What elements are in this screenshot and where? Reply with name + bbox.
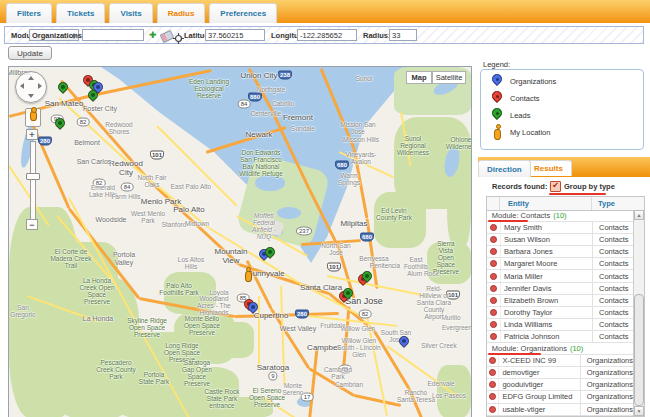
table-row[interactable]: Mary Smith Contacts	[487, 222, 633, 234]
pan-left-icon[interactable]	[20, 83, 24, 89]
table-row[interactable]: Elizabeth Brown Contacts	[487, 295, 633, 307]
table-scrollbar[interactable]	[633, 210, 644, 416]
zoom-slider-track[interactable]	[30, 141, 36, 220]
type-column-header[interactable]: Type	[592, 197, 644, 210]
entity-name: Mary Smith	[504, 223, 542, 232]
table-row[interactable]: Margaret Moore Contacts	[487, 258, 633, 270]
table-row[interactable]: EDFG Group Limited Organizations	[487, 391, 633, 403]
record-marker-icon[interactable]	[490, 273, 497, 280]
tab-visits[interactable]: Visits	[109, 3, 152, 23]
pegman-control[interactable]	[25, 108, 41, 127]
table-row[interactable]: gooduivtiger Organizations	[487, 379, 633, 391]
longitude-field[interactable]	[297, 29, 357, 41]
record-marker-icon[interactable]	[490, 321, 497, 328]
legend-item-label: My Location	[510, 128, 550, 137]
record-marker-icon[interactable]	[489, 381, 496, 388]
record-marker-icon[interactable]	[490, 224, 497, 231]
road-shield: 82	[77, 118, 90, 127]
map-label: Sunol Regional Wilderness	[393, 135, 433, 156]
results-table-body: Module: Contacts(10) Mary Smith Contacts…	[487, 210, 633, 416]
select-spinner-icon[interactable]	[70, 31, 77, 40]
table-row[interactable]: X-CEED INC 99 Organizations	[487, 355, 633, 367]
legend-item: My Location	[486, 124, 643, 141]
record-marker-icon[interactable]	[490, 297, 497, 304]
entity-name: Elizabeth Brown	[504, 296, 558, 305]
record-marker-icon[interactable]	[489, 393, 496, 400]
record-marker-icon[interactable]	[490, 260, 497, 267]
table-row[interactable]: Patricia Johnson Contacts	[487, 331, 633, 343]
scroll-down-icon[interactable]	[634, 406, 644, 416]
map-label: Sierra Vista Open Space Preserve	[433, 240, 459, 275]
pin-dot-icon	[61, 85, 65, 89]
radius-field[interactable]	[389, 29, 417, 41]
entity-cell: Barbara Jones	[501, 246, 593, 257]
table-row[interactable]: Module: Contacts(10)	[487, 210, 633, 222]
record-icon-cell	[487, 379, 499, 390]
pan-up-icon[interactable]	[28, 76, 34, 80]
tab-results[interactable]: Results	[525, 160, 572, 176]
legend-item: Contacts	[486, 90, 643, 107]
table-row[interactable]: Susan Wilson Contacts	[487, 234, 633, 246]
record-icon-cell	[487, 319, 501, 330]
table-row[interactable]: Barbara Jones Contacts	[487, 246, 633, 258]
module-select[interactable]: Organizations	[29, 29, 79, 41]
zoom-out-button[interactable]	[26, 219, 38, 230]
map-label: Portola State Park	[136, 371, 172, 385]
pan-down-icon[interactable]	[28, 94, 34, 98]
satellite-view-button[interactable]: Satellite	[432, 71, 466, 84]
tab-direction[interactable]: Direction	[478, 160, 531, 177]
tab-label: Direction	[487, 165, 522, 174]
pin-dot-icon	[246, 267, 251, 272]
tab-filters[interactable]: Filters	[6, 3, 52, 23]
tab-tickets[interactable]: Tickets	[56, 3, 105, 23]
record-marker-icon[interactable]	[489, 357, 496, 364]
table-row[interactable]: Maria Miller Contacts	[487, 270, 633, 282]
entity-cell: Module: Contacts(10)	[489, 210, 627, 221]
locate-icon[interactable]	[173, 30, 184, 48]
record-marker-icon[interactable]	[490, 236, 497, 243]
record-icon-cell	[487, 258, 501, 269]
search-input[interactable]	[82, 29, 144, 41]
road-shield: 101	[327, 263, 341, 272]
add-icon[interactable]	[149, 29, 157, 41]
map-label: Palo Alto Foothills Park	[159, 282, 199, 296]
entity-column-header[interactable]: Entity	[500, 197, 592, 210]
table-row[interactable]: Module: Organizations(10)	[487, 343, 633, 355]
pegman-icon	[30, 111, 37, 121]
map-label: Los Altos Hills	[172, 256, 210, 270]
record-marker-icon[interactable]	[490, 309, 497, 316]
record-marker-icon[interactable]	[490, 248, 497, 255]
table-row[interactable]: usable-vtiger Organizations	[487, 404, 633, 416]
record-marker-icon[interactable]	[490, 285, 497, 292]
map-label: Midtown	[185, 220, 209, 227]
group-by-type-checkbox[interactable]	[550, 181, 561, 192]
map-label: Willow Glen	[341, 325, 375, 332]
map-view-button[interactable]: Map	[406, 71, 432, 84]
table-row[interactable]: Linda Williams Contacts	[487, 319, 633, 331]
tab-label: Filters	[17, 9, 41, 18]
scrollbar-thumb[interactable]	[634, 294, 644, 406]
pin-icon	[245, 271, 252, 282]
annotation-underline	[549, 193, 606, 195]
pan-right-icon[interactable]	[38, 83, 42, 89]
zoom-slider-thumb[interactable]	[26, 173, 40, 180]
pan-compass-control[interactable]	[15, 71, 47, 103]
latitude-field[interactable]	[205, 29, 265, 41]
map-canvas[interactable]: 9282828484101280880238680680101101280828…	[8, 66, 472, 417]
map-label: Vineyards-Avalon	[341, 151, 381, 165]
scroll-up-icon[interactable]	[634, 210, 644, 220]
record-marker-icon[interactable]	[489, 406, 496, 413]
table-row[interactable]: demovtiger Organizations	[487, 367, 633, 379]
map-label: Sundale	[291, 125, 315, 132]
update-button[interactable]: Update	[8, 46, 52, 60]
map-label: Willow Glen South - Lincoln Glen	[337, 337, 381, 358]
table-row[interactable]: Dorothy Taylor Contacts	[487, 307, 633, 319]
record-marker-icon[interactable]	[490, 333, 497, 340]
entity-cell: Module: Organizations(10)	[489, 343, 627, 354]
tab-radius[interactable]: Radius	[157, 3, 206, 23]
table-row[interactable]: Jennifer Davis Contacts	[487, 283, 633, 295]
road-shield: 280	[38, 137, 52, 146]
tab-preferences[interactable]: Preferences	[209, 3, 277, 23]
zoom-in-button[interactable]	[26, 129, 38, 140]
record-marker-icon[interactable]	[489, 369, 496, 376]
